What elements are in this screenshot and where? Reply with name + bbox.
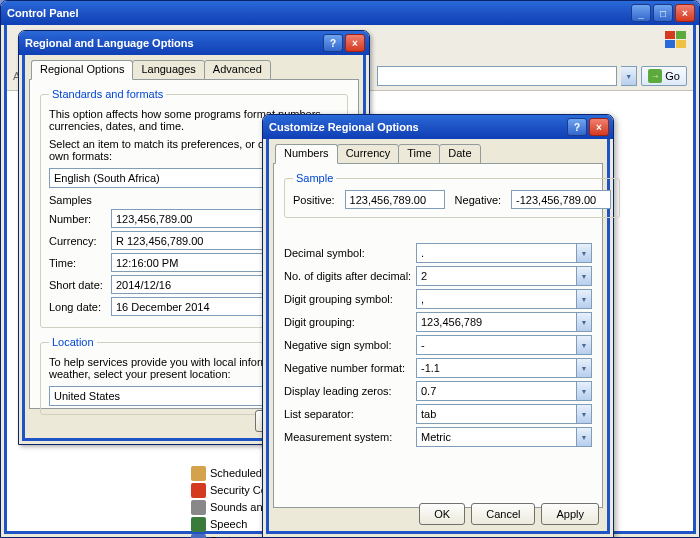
row-label: Measurement system: — [284, 431, 416, 443]
regional-title: Regional and Language Options — [25, 37, 323, 49]
row-value: 123,456,789 — [417, 316, 576, 328]
chevron-down-icon: ▼ — [576, 382, 591, 400]
chevron-down-icon: ▼ — [576, 359, 591, 377]
tab-date[interactable]: Date — [439, 144, 480, 164]
cancel-button[interactable]: Cancel — [471, 503, 535, 525]
go-button[interactable]: → Go — [641, 66, 687, 86]
tab-currency[interactable]: Currency — [337, 144, 400, 164]
maximize-button[interactable]: □ — [653, 4, 673, 22]
row-value: - — [417, 339, 576, 351]
customize-regional-dialog: Customize Regional Options ? × Numbers C… — [262, 114, 614, 538]
close-button[interactable]: × — [345, 34, 365, 52]
tab-languages[interactable]: Languages — [132, 60, 204, 80]
address-field[interactable] — [377, 66, 617, 86]
tab-advanced[interactable]: Advanced — [204, 60, 271, 80]
item-icon — [191, 517, 206, 532]
longdate-label: Long date: — [49, 301, 111, 313]
customize-row: Negative number format:-1.1▼ — [284, 358, 592, 378]
row-combo[interactable]: -1.1▼ — [416, 358, 592, 378]
windows-flag-icon — [665, 31, 687, 49]
tab-numbers[interactable]: Numbers — [275, 144, 338, 164]
sample-fieldset: Sample Positive: 123,456,789.00 Negative… — [284, 172, 620, 218]
svg-rect-5 — [191, 483, 206, 498]
row-value: -1.1 — [417, 362, 576, 374]
close-button[interactable]: × — [589, 118, 609, 136]
customize-row: Display leading zeros:0.7▼ — [284, 381, 592, 401]
location-legend: Location — [49, 336, 97, 348]
chevron-down-icon: ▼ — [576, 290, 591, 308]
row-combo[interactable]: .▼ — [416, 243, 592, 263]
shortdate-label: Short date: — [49, 279, 111, 291]
row-value: , — [417, 293, 576, 305]
ok-button[interactable]: OK — [419, 503, 465, 525]
chevron-down-icon: ▼ — [576, 313, 591, 331]
chevron-down-icon: ▼ — [576, 267, 591, 285]
svg-rect-4 — [191, 466, 206, 481]
help-button[interactable]: ? — [323, 34, 343, 52]
row-label: Decimal symbol: — [284, 247, 416, 259]
help-button[interactable]: ? — [567, 118, 587, 136]
svg-rect-6 — [191, 500, 206, 515]
address-dropdown-icon[interactable]: ▼ — [621, 66, 637, 86]
row-combo[interactable]: tab▼ — [416, 404, 592, 424]
standards-legend: Standards and formats — [49, 88, 166, 100]
customize-body: Numbers Currency Time Date Sample Positi… — [266, 139, 610, 534]
customize-title: Customize Regional Options — [269, 121, 567, 133]
regional-titlebar[interactable]: Regional and Language Options ? × — [19, 31, 369, 55]
chevron-down-icon: ▼ — [576, 244, 591, 262]
customize-row: Decimal symbol:.▼ — [284, 243, 592, 263]
customize-row: Digit grouping:123,456,789▼ — [284, 312, 592, 332]
customize-row: Digit grouping symbol:,▼ — [284, 289, 592, 309]
number-label: Number: — [49, 213, 111, 225]
positive-sample: 123,456,789.00 — [345, 190, 445, 209]
row-label: Digit grouping symbol: — [284, 293, 416, 305]
row-combo[interactable]: ,▼ — [416, 289, 592, 309]
row-value: 2 — [417, 270, 576, 282]
customize-tab-pane: Sample Positive: 123,456,789.00 Negative… — [273, 163, 603, 508]
row-combo[interactable]: 123,456,789▼ — [416, 312, 592, 332]
minimize-button[interactable]: _ — [631, 4, 651, 22]
item-label: Speech — [210, 518, 247, 530]
row-label: Negative number format: — [284, 362, 416, 374]
item-icon — [191, 466, 206, 481]
chevron-down-icon: ▼ — [576, 428, 591, 446]
currency-label: Currency: — [49, 235, 111, 247]
row-label: Digit grouping: — [284, 316, 416, 328]
negative-sample: -123,456,789.00 — [511, 190, 611, 209]
control-panel-title: Control Panel — [7, 7, 631, 19]
row-combo[interactable]: Metric▼ — [416, 427, 592, 447]
row-value: Metric — [417, 431, 576, 443]
positive-label: Positive: — [293, 194, 335, 206]
row-label: Display leading zeros: — [284, 385, 416, 397]
customize-tabs: Numbers Currency Time Date — [275, 144, 603, 164]
svg-rect-2 — [665, 40, 675, 48]
row-combo[interactable]: 2▼ — [416, 266, 592, 286]
row-value: tab — [417, 408, 576, 420]
svg-rect-1 — [676, 31, 686, 39]
row-combo[interactable]: 0.7▼ — [416, 381, 592, 401]
row-value: . — [417, 247, 576, 259]
apply-button[interactable]: Apply — [541, 503, 599, 525]
row-label: List separator: — [284, 408, 416, 420]
item-icon — [191, 500, 206, 515]
customize-row: Measurement system:Metric▼ — [284, 427, 592, 447]
svg-rect-7 — [191, 517, 206, 532]
row-combo[interactable]: -▼ — [416, 335, 592, 355]
item-icon — [191, 483, 206, 498]
row-label: Negative sign symbol: — [284, 339, 416, 351]
tab-regional-options[interactable]: Regional Options — [31, 60, 133, 80]
close-button[interactable]: × — [675, 4, 695, 22]
tab-time[interactable]: Time — [398, 144, 440, 164]
item-icon — [191, 534, 206, 539]
time-label: Time: — [49, 257, 111, 269]
customize-row: List separator:tab▼ — [284, 404, 592, 424]
control-panel-titlebar[interactable]: Control Panel _ □ × — [1, 1, 699, 25]
customize-row: Negative sign symbol:-▼ — [284, 335, 592, 355]
chevron-down-icon: ▼ — [576, 336, 591, 354]
row-label: No. of digits after decimal: — [284, 270, 416, 282]
customize-titlebar[interactable]: Customize Regional Options ? × — [263, 115, 613, 139]
customize-row: No. of digits after decimal:2▼ — [284, 266, 592, 286]
svg-rect-8 — [191, 534, 206, 539]
go-label: Go — [665, 70, 680, 82]
negative-label: Negative: — [455, 194, 501, 206]
